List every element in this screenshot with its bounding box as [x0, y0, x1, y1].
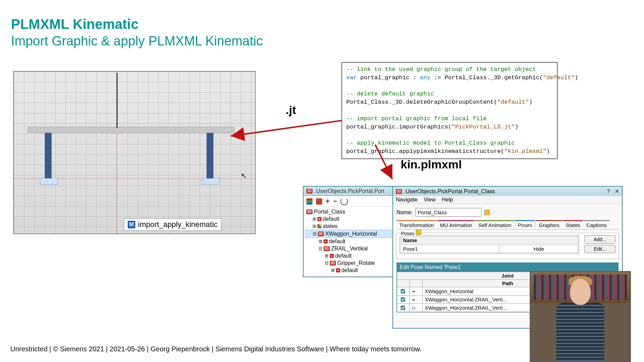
- rotate-icon: ○: [410, 304, 423, 312]
- code-text: ): [515, 124, 518, 130]
- code-comment: -- delete default graphic: [346, 91, 434, 97]
- 3d-viewport: ↖ M import_apply_kinematic: [13, 71, 256, 234]
- tree-label: states: [323, 223, 338, 229]
- code-text: portal_graphic :: [357, 74, 420, 81]
- col-name: Name: [401, 236, 578, 244]
- expander-icon[interactable]: ⊞: [313, 223, 316, 229]
- pose-cell[interactable]: Pose1: [401, 245, 499, 253]
- footer-text: Unrestricted | © Siemens 2021 | 2021-05-…: [10, 345, 422, 353]
- tree-label: ZRAIL_Vertikal: [331, 246, 368, 252]
- expand-all-button[interactable]: +: [326, 197, 330, 205]
- expander-icon[interactable]: ⊟: [319, 245, 322, 252]
- graphic-icon: ●: [324, 239, 328, 244]
- inherit-icon[interactable]: [416, 230, 421, 235]
- tabs: Transformation MU Animation Self Animati…: [397, 220, 619, 229]
- tree-node-gripper[interactable]: ⊟3DGripper_Rotate: [305, 259, 392, 267]
- tab-transformation[interactable]: Transformation: [397, 220, 436, 229]
- name-label: Name:: [397, 209, 413, 216]
- tree-node-zrail[interactable]: ⊟3DZRAIL_Vertikal: [305, 245, 392, 252]
- code-text: := Portal_Class._3D.getGraphic(: [431, 74, 543, 81]
- row-checkbox[interactable]: [401, 289, 405, 293]
- portal-base-left: [40, 178, 58, 185]
- tree-label: default: [335, 253, 352, 259]
- portal-pillar-left: [45, 130, 52, 178]
- code-string: "default": [497, 99, 529, 105]
- code-string: "PickPortal_LD.jt": [452, 124, 515, 130]
- expander-icon[interactable]: ⊞: [325, 252, 328, 259]
- edit-pose-title: Edit Pose Named 'Pose1': [397, 263, 618, 272]
- poses-table: Name Pose1 Hide: [400, 235, 579, 254]
- code-string: "default": [543, 74, 574, 81]
- menu-help[interactable]: Help: [442, 197, 453, 203]
- presenter-torso: [556, 303, 604, 361]
- tree-node-states[interactable]: ⊞states: [305, 223, 392, 230]
- arrow-icon: ↔: [410, 296, 423, 304]
- tree-toolbar: + −: [304, 196, 393, 207]
- tree-panel: 3D .UserObjects.PickPortal.Port + − 3DPo…: [303, 186, 394, 277]
- pose-hide-cell[interactable]: Hide: [500, 245, 578, 253]
- expander-icon[interactable]: ⊟: [313, 230, 316, 237]
- tab-mu-animation[interactable]: MU Animation: [437, 220, 475, 229]
- tree-label: Gripper_Rotate: [337, 260, 375, 266]
- label-kin: kin.plmxml: [401, 158, 462, 171]
- code-comment: -- link to the used graphic group of the…: [346, 66, 536, 73]
- poses-group-label: Poses: [400, 230, 423, 236]
- tree-label: default: [341, 267, 358, 273]
- code-box: -- link to the used graphic group of the…: [341, 62, 558, 159]
- expander-icon[interactable]: ⊞: [331, 267, 335, 273]
- refresh-icon[interactable]: [340, 198, 348, 205]
- arrow-icon: ↔: [410, 287, 423, 296]
- row-checkbox[interactable]: [401, 306, 405, 310]
- code-text: portal_graphic.importGraphics(: [346, 124, 452, 130]
- code-string: "kin.plmxml": [504, 148, 546, 155]
- menu-view[interactable]: View: [424, 197, 435, 203]
- slide-title: PLMXML Kinematic: [11, 17, 138, 32]
- expander-icon[interactable]: ⊞: [319, 238, 322, 245]
- tree-node-root[interactable]: 3DPortal_Class: [305, 208, 392, 215]
- slide-subtitle: Import Graphic & apply PLMXML Kinematic: [11, 34, 263, 49]
- axes-icon[interactable]: [306, 198, 313, 205]
- tab-states[interactable]: States: [563, 220, 583, 229]
- 3d-icon: 3D: [306, 189, 313, 194]
- help-icon[interactable]: ?: [607, 188, 610, 194]
- tab-captions[interactable]: Captions: [584, 220, 610, 229]
- code-comment: -- apply kinematic model to Portal_Class…: [346, 140, 515, 146]
- props-title-text: .UserObjects.PickPortal.Portal_Class: [404, 188, 495, 195]
- portal-pillar-right: [207, 130, 213, 178]
- tree-node-default[interactable]: ⊞●default: [305, 252, 392, 259]
- tree-node-xwaggon[interactable]: ⊟3DXWaggon_Horizontal: [305, 230, 392, 238]
- row-checkbox[interactable]: [401, 297, 405, 302]
- code-text: ): [547, 148, 550, 155]
- add-button[interactable]: Add...: [584, 235, 615, 244]
- expander-icon[interactable]: ⊞: [313, 216, 316, 222]
- name-field[interactable]: [415, 208, 482, 217]
- expander-icon[interactable]: ⊟: [325, 260, 328, 266]
- portal-base-right: [202, 178, 220, 185]
- tab-graphics[interactable]: Graphics: [536, 220, 562, 229]
- tab-poses[interactable]: Poses: [515, 220, 536, 229]
- 3d-icon: 3D: [396, 189, 402, 194]
- graphic-icon: ●: [330, 254, 334, 258]
- code-comment: -- import portal graphic from local file: [346, 115, 487, 122]
- 3d-icon: 3D: [318, 231, 324, 236]
- menu-navigate[interactable]: Navigate: [396, 197, 418, 203]
- states-icon: [317, 224, 321, 228]
- close-icon[interactable]: ✕: [615, 188, 619, 194]
- tree-label: XWaggon_Horizontal: [325, 231, 377, 237]
- edit-button[interactable]: Edit...: [584, 245, 615, 253]
- tree-node-default[interactable]: ⊞●default: [305, 238, 392, 245]
- pose-buttons: Add... Edit...: [584, 235, 615, 254]
- 3d-icon: 3D: [306, 209, 313, 214]
- tree-node-default[interactable]: ⊞●default: [305, 267, 392, 274]
- tree-node-default[interactable]: ⊞●default: [305, 215, 392, 223]
- viewport-label-text: import_apply_kinematic: [138, 220, 218, 229]
- props-titlebar: 3D .UserObjects.PickPortal.Portal_Class …: [393, 187, 622, 196]
- code-keyword: var: [346, 74, 357, 81]
- collapse-all-button[interactable]: −: [333, 197, 337, 205]
- tab-self-animation[interactable]: Self Animation: [476, 220, 514, 229]
- tool-icon[interactable]: [316, 198, 322, 205]
- portal-rail: [28, 127, 234, 133]
- inherit-icon[interactable]: [484, 210, 490, 215]
- code-text: ): [529, 99, 532, 105]
- tree-label: default: [323, 216, 339, 222]
